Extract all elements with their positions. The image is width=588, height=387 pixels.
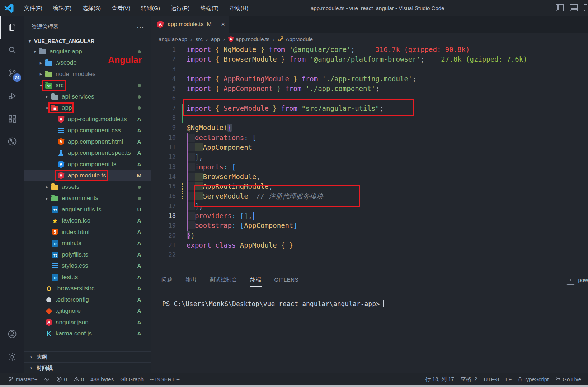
code-line-19[interactable]: 19 bootstrap: [AppComponent]	[151, 221, 588, 230]
code-line-14[interactable]: 14 BrowserModule,	[151, 172, 588, 182]
status-0[interactable]: 0	[70, 376, 87, 382]
code-line-15[interactable]: 15 AppRoutingModule,	[151, 182, 588, 191]
code-line-7[interactable]: 7import { ServeModule } from "src/angula…	[151, 104, 588, 113]
activity-run-debug[interactable]	[0, 85, 24, 108]
more-actions-icon[interactable]: ⋯	[137, 23, 144, 31]
activity-source-control[interactable]: 74	[0, 62, 24, 85]
tree-item-app[interactable]: ▾▦app	[24, 102, 151, 114]
status-空格-2[interactable]: 空格: 2	[457, 376, 481, 383]
breadcrumb-app-module-ts[interactable]: Aapp.module.ts	[228, 36, 269, 42]
status-go-live[interactable]: Go Live	[552, 376, 584, 383]
status-insert[interactable]: -- INSERT --	[147, 376, 183, 382]
menu-选择-s[interactable]: 选择(S)	[77, 0, 106, 16]
code-line-9[interactable]: 9@NgModule({	[151, 123, 588, 133]
code-line-6[interactable]: 6	[151, 94, 588, 103]
tree-item-editorconfig[interactable]: .editorconfigA	[24, 294, 151, 306]
code-line-8[interactable]: 8	[151, 113, 588, 123]
section-大纲[interactable]: ›大纲	[24, 351, 151, 362]
shell-label[interactable]: pow	[578, 277, 588, 283]
tree-item-test-ts[interactable]: TStest.tsA	[24, 272, 151, 283]
tree-item-app-component-html[interactable]: 5app.component.htmlA	[24, 136, 151, 148]
tree-item-api-services[interactable]: ▸api-services	[24, 91, 151, 102]
chevron-down-icon[interactable]: ▾	[32, 49, 38, 54]
code-line-16[interactable]: 16 ServeModule // 注册代理服务模块	[151, 191, 588, 201]
close-icon[interactable]: ×	[221, 20, 225, 28]
tree-item-app-component-ts[interactable]: Aapp.component.tsA	[24, 159, 151, 170]
menu-运行-r[interactable]: 运行(R)	[165, 0, 195, 16]
chevron-right-icon[interactable]: ▸	[38, 71, 44, 77]
menu-转到-g[interactable]: 转到(G)	[136, 0, 165, 16]
code-line-12[interactable]: 12 ],	[151, 152, 588, 162]
customize-layout-icon[interactable]	[584, 4, 587, 11]
status-publish[interactable]	[41, 376, 53, 382]
panel-tab-终端[interactable]: 终端	[250, 276, 262, 283]
panel-tab-问题[interactable]: 问题	[161, 276, 173, 283]
activity-search[interactable]	[0, 39, 24, 62]
terminal-launch-icon[interactable]	[566, 276, 575, 285]
breadcrumb-appmodule[interactable]: AppModule	[278, 36, 313, 43]
menu-编辑-e[interactable]: 编辑(E)	[48, 0, 77, 16]
tree-item-app-routing-module-ts[interactable]: Aapp-routing.module.tsA	[24, 114, 151, 125]
tree-item-browserslistrc[interactable]: .browserslistrcA	[24, 283, 151, 295]
code-line-17[interactable]: 17 ],	[151, 201, 588, 211]
code-line-21[interactable]: 21export class AppModule { }	[151, 240, 588, 250]
code-line-5[interactable]: 5import { AppComponent } from './app.com…	[151, 84, 588, 94]
chevron-right-icon[interactable]: ▸	[44, 196, 50, 201]
activity-explorer[interactable]	[0, 16, 24, 39]
status-488-bytes[interactable]: 488 bytes	[87, 376, 117, 382]
code-editor[interactable]: 1import { NgModule } from '@angular/core…	[151, 45, 588, 271]
tree-item-gitignore[interactable]: .gitignoreA	[24, 306, 151, 317]
tree-item-angular-json[interactable]: Aangular.jsonA	[24, 317, 151, 328]
menu-查看-v[interactable]: 查看(V)	[106, 0, 136, 16]
panel-tab-gitlens[interactable]: GITLENS	[274, 277, 299, 283]
code-line-4[interactable]: 4import { AppRoutingModule } from './app…	[151, 74, 588, 84]
tree-item-app-module-ts[interactable]: Aapp.module.tsM	[24, 170, 151, 182]
tab-app-module-ts[interactable]: A app.module.ts M ×	[151, 16, 229, 33]
tree-item-angular-utils-ts[interactable]: TSangular-utils.tsU	[24, 204, 151, 215]
chevron-right-icon[interactable]: ▸	[38, 60, 44, 66]
activity-account[interactable]	[0, 323, 24, 346]
tree-item-app-component-css[interactable]: app.component.cssA	[24, 125, 151, 137]
tree-item-assets[interactable]: ▸assets	[24, 181, 151, 193]
tree-item-karma-conf-js[interactable]: Kkarma.conf.jsA	[24, 328, 151, 340]
activity-extensions[interactable]	[0, 108, 24, 131]
tree-item-src[interactable]: ▾</>src	[24, 80, 151, 91]
status-行-18-列-17[interactable]: 行 18, 列 17	[422, 376, 457, 383]
tree-item-index-html[interactable]: 5index.htmlA	[24, 226, 151, 238]
tree-item-styles-css[interactable]: styles.cssA	[24, 261, 151, 272]
status-master[interactable]: master*+	[5, 376, 41, 382]
activity-settings[interactable]	[0, 346, 24, 369]
chevron-down-icon[interactable]: ▾	[38, 83, 44, 88]
menu-帮助-h[interactable]: 帮助(H)	[224, 0, 254, 16]
tree-item-environments[interactable]: ▸environments	[24, 193, 151, 204]
menu-终端-t[interactable]: 终端(T)	[195, 0, 224, 16]
status-utf-8[interactable]: UTF-8	[481, 376, 503, 383]
code-line-18[interactable]: 18 providers: [],	[151, 211, 588, 221]
status-0[interactable]: 0	[53, 376, 70, 382]
tree-item-favicon-ico[interactable]: ★favicon.icoA	[24, 215, 151, 227]
toggle-panel-icon[interactable]	[570, 4, 578, 11]
code-line-1[interactable]: 1import { NgModule } from '@angular/core…	[151, 45, 588, 54]
status-git-graph[interactable]: Git Graph	[117, 376, 147, 382]
breadcrumb-angular-app[interactable]: angular-app	[159, 36, 187, 42]
panel-tab-调试控制台[interactable]: 调试控制台	[210, 276, 237, 283]
breadcrumb-app[interactable]: app	[211, 36, 220, 42]
toggle-sidebar-icon[interactable]	[556, 4, 564, 11]
tree-item-node-modules[interactable]: ▸node_modules	[24, 68, 151, 80]
chevron-right-icon[interactable]: ▸	[44, 184, 50, 190]
activity-git-graph[interactable]	[0, 131, 24, 154]
breadcrumb-src[interactable]: src	[196, 36, 203, 42]
code-line-2[interactable]: 2import { BrowserModule } from '@angular…	[151, 54, 588, 64]
code-line-11[interactable]: 11 AppComponent	[151, 143, 588, 152]
workspace-section-header[interactable]: ▾ VUE_REACT_ANGULAR	[24, 36, 151, 46]
tree-item-polyfills-ts[interactable]: TSpolyfills.tsA	[24, 249, 151, 261]
code-line-22[interactable]: 22	[151, 250, 588, 260]
code-line-20[interactable]: 20})	[151, 231, 588, 240]
section-时间线[interactable]: ›时间线	[24, 362, 151, 373]
chevron-down-icon[interactable]: ▾	[44, 105, 50, 111]
chevron-right-icon[interactable]: ▸	[44, 94, 50, 99]
tree-item-app-component-spec-ts[interactable]: app.component.spec.tsA	[24, 148, 151, 159]
panel-tab-输出[interactable]: 输出	[185, 276, 197, 283]
code-line-10[interactable]: 10 declarations: [	[151, 133, 588, 143]
code-line-3[interactable]: 3	[151, 64, 588, 74]
